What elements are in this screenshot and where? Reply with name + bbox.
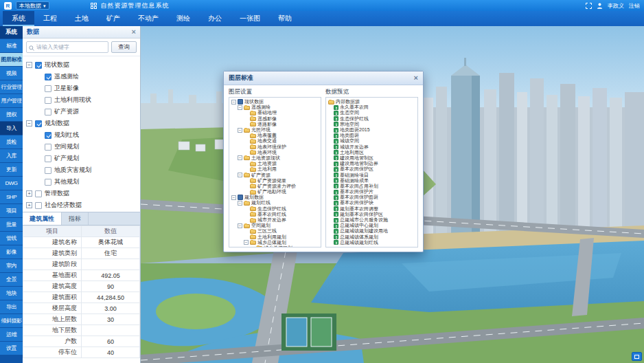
expander-icon[interactable]: − [26, 120, 32, 126]
menu-item-2[interactable]: 土地 [66, 11, 97, 26]
tree-node[interactable]: +社会经济数据 [26, 199, 137, 211]
layer-tree-node[interactable]: −现状数据 [231, 99, 319, 104]
expander-icon[interactable]: − [238, 128, 242, 133]
table-row[interactable]: 地下层数 [23, 325, 140, 336]
table-row[interactable]: 建筑类别住宅 [23, 248, 140, 259]
expander-icon[interactable]: − [231, 100, 236, 104]
expander-icon[interactable]: − [231, 195, 236, 200]
search-input[interactable] [26, 41, 108, 53]
checkbox[interactable] [35, 190, 42, 197]
tree-node[interactable]: 矿产资源 [26, 106, 137, 118]
layer-tree-node[interactable]: 土地利用 [231, 166, 319, 172]
sidebar-item-6[interactable]: 导入 [0, 122, 23, 135]
expander-icon[interactable]: − [244, 240, 249, 245]
checkbox[interactable] [35, 62, 42, 69]
logout-link[interactable]: 注销 [629, 2, 640, 10]
query-button[interactable]: 查询 [111, 41, 137, 53]
sidebar-item-16[interactable]: 室内 [0, 259, 23, 272]
layer-tree-node[interactable]: 城乡总体规划 [231, 245, 319, 248]
attribute-tab-1[interactable]: 指标 [62, 212, 89, 225]
checkbox[interactable] [35, 202, 42, 209]
dialog-titlebar[interactable]: 图层标准 × [224, 72, 423, 85]
tree-node[interactable]: −现状数据 [26, 59, 137, 71]
menu-item-7[interactable]: 一张图 [231, 11, 269, 26]
dataset-dropdown[interactable]: 本地数据 ▾ [16, 1, 49, 10]
tree-node[interactable]: 其他规划 [26, 176, 137, 188]
menu-item-0[interactable]: 系统 [3, 11, 34, 26]
close-icon[interactable]: × [132, 28, 136, 36]
sidebar-item-2[interactable]: 视频 [0, 67, 23, 80]
checkbox[interactable] [45, 167, 51, 174]
checkbox[interactable] [45, 132, 51, 139]
menu-item-8[interactable]: 帮助 [269, 11, 301, 26]
tree-node[interactable]: 土地利用现状 [26, 94, 137, 106]
expander-icon[interactable]: + [26, 202, 32, 208]
sidebar-item-18[interactable]: 地块 [0, 287, 23, 300]
tree-node[interactable]: +管理数据 [26, 188, 137, 199]
layer-tree-node[interactable]: 道路影像 [231, 122, 319, 127]
tree-node[interactable]: −规划数据 [26, 118, 137, 129]
menu-item-3[interactable]: 矿产 [97, 11, 129, 26]
sidebar-item-15[interactable]: 影像 [0, 245, 23, 258]
sidebar-item-12[interactable]: 项目 [0, 204, 23, 217]
map-control-button[interactable] [632, 352, 642, 361]
username[interactable]: 李政义 [608, 2, 624, 10]
menu-item-6[interactable]: 办公 [199, 11, 231, 26]
expander-icon[interactable]: − [238, 105, 242, 110]
table-row[interactable]: 地上层数30 [23, 314, 140, 325]
sidebar-item-9[interactable]: 更新 [0, 163, 23, 176]
table-row[interactable]: 建筑高度90 [23, 281, 140, 292]
table-row[interactable]: 基地面积492.05 [23, 270, 140, 281]
checkbox[interactable] [45, 85, 51, 92]
sidebar-item-1[interactable]: 图层标准 [0, 53, 23, 66]
sidebar-item-14[interactable]: 管线 [0, 232, 23, 245]
table-row[interactable]: 建筑阶段 [23, 259, 140, 270]
sidebar-item-21[interactable]: 运维 [0, 328, 23, 341]
table-row[interactable]: 建筑名称奥体花城 [23, 237, 140, 248]
layer-tree-node[interactable]: −规划数据 [231, 195, 319, 200]
checkbox[interactable] [45, 155, 51, 162]
sidebar-item-7[interactable]: 质检 [0, 135, 23, 148]
sidebar-item-10[interactable]: DWG [0, 177, 23, 190]
sidebar-item-5[interactable]: 授权 [0, 108, 23, 121]
close-icon[interactable]: × [414, 74, 418, 82]
expander-icon[interactable]: − [238, 173, 242, 177]
sidebar-item-8[interactable]: 入库 [0, 149, 23, 162]
sidebar-item-3[interactable]: 行业管理 [0, 80, 23, 94]
fullscreen-icon[interactable] [586, 3, 592, 9]
table-row[interactable]: 楼层高度3.00 [23, 303, 140, 314]
checkbox[interactable] [45, 144, 51, 151]
search-field[interactable] [36, 44, 106, 50]
expander-icon[interactable]: + [26, 190, 32, 197]
attribute-tab-0[interactable]: 建筑属性 [23, 212, 62, 225]
checkbox[interactable] [45, 109, 51, 116]
checkbox[interactable] [45, 97, 51, 104]
table-row[interactable]: 户数60 [23, 336, 140, 347]
checkbox[interactable] [35, 120, 42, 127]
sidebar-item-17[interactable]: 全景 [0, 273, 23, 286]
expander-icon[interactable]: − [26, 62, 32, 68]
expander-icon[interactable]: − [238, 201, 242, 206]
expander-icon[interactable]: − [238, 223, 242, 228]
tree-node[interactable]: 矿产规划 [26, 153, 137, 164]
sidebar-item-20[interactable]: 倾斜摄影 [0, 314, 23, 327]
layer-tree-node[interactable]: 城市开发边界 [231, 217, 319, 223]
table-row[interactable]: 停车位40 [23, 347, 140, 358]
menu-item-4[interactable]: 不动产 [129, 11, 168, 26]
tree-node[interactable]: 遥感测绘 [26, 71, 137, 82]
datasource-item[interactable]: 总规城镇规划红线 [328, 240, 415, 245]
sidebar-item-4[interactable]: 用户管理 [0, 94, 23, 107]
tree-node[interactable]: 规划红线 [26, 129, 137, 141]
sidebar-item-22[interactable]: 设置 [0, 342, 23, 355]
sidebar-item-19[interactable]: 导出 [0, 300, 23, 314]
sidebar-item-13[interactable]: 批量 [0, 218, 23, 231]
tree-node[interactable]: 卫星影像 [26, 82, 137, 94]
sidebar-item-11[interactable]: SHP [0, 190, 23, 204]
expander-icon[interactable]: − [238, 155, 242, 160]
checkbox[interactable] [45, 179, 51, 186]
checkbox[interactable] [45, 74, 51, 80]
tree-node[interactable]: 空间规划 [26, 141, 137, 153]
menu-item-1[interactable]: 工程 [34, 11, 66, 26]
table-row[interactable]: 建筑面积44,284.50 [23, 292, 140, 303]
tree-node[interactable]: 地质灾害规划 [26, 164, 137, 176]
